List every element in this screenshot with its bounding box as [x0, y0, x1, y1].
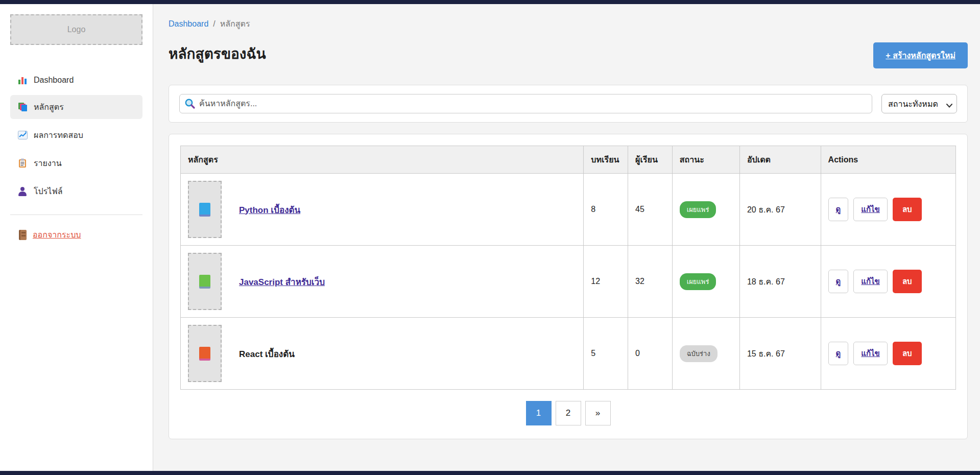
table-header-row: หลักสูตร บทเรียน ผู้เรียน สถานะ อัปเดต A… [181, 146, 956, 174]
sidebar-item-label: Dashboard [34, 76, 74, 85]
edit-button[interactable]: แก้ไข [853, 270, 888, 293]
status-badge: เผยแพร่ [680, 201, 716, 218]
col-header-status: สถานะ [672, 146, 739, 174]
sidebar-item-profile[interactable]: โปรไฟล์ [10, 179, 142, 203]
filter-bar: สถานะทั้งหมด [169, 85, 968, 123]
red-book-icon [199, 347, 210, 361]
status-filter-wrap: สถานะทั้งหมด [881, 94, 957, 113]
col-header-actions: Actions [821, 146, 955, 174]
col-header-lessons: บทเรียน [584, 146, 628, 174]
row-actions: ดู แก้ไข ลบ [828, 342, 948, 365]
students-count: 32 [628, 246, 673, 318]
page-button-2[interactable]: 2 [556, 401, 581, 425]
app-window: Logo Dashboard [0, 4, 980, 471]
breadcrumb: Dashboard / หลักสูตร [169, 17, 968, 30]
course-thumbnail-placeholder [188, 325, 222, 382]
blue-book-icon [199, 203, 210, 217]
logo-text: Logo [67, 25, 86, 34]
course-title-link[interactable]: JavaScript สำหรับเว็บ [239, 275, 325, 289]
status-badge: ฉบับร่าง [680, 345, 718, 362]
students-count: 0 [628, 318, 673, 390]
page-button-1[interactable]: 1 [526, 401, 552, 425]
status-filter-select[interactable]: สถานะทั้งหมด [881, 94, 957, 113]
view-button[interactable]: ดู [828, 342, 849, 365]
search-icon [184, 98, 196, 109]
lessons-count: 12 [584, 246, 628, 318]
bottom-frame-bar [0, 471, 980, 475]
title-row: หลักสูตรของฉัน + สร้างหลักสูตรใหม่ [169, 42, 968, 68]
lessons-count: 8 [584, 174, 628, 246]
sidebar-divider [10, 215, 142, 215]
top-frame-bar [0, 0, 980, 4]
sidebar-item-test-results[interactable]: ผลการทดสอบ [10, 123, 142, 147]
students-count: 45 [628, 174, 673, 246]
updated-date: 15 ธ.ค. 67 [739, 318, 821, 390]
course-cell: JavaScript สำหรับเว็บ [188, 253, 576, 310]
main-content: Dashboard / หลักสูตร หลักสูตรของฉัน + สร… [153, 4, 980, 471]
logout-label: ออกจากระบบ [33, 228, 81, 241]
table-row: Python เบื้องต้น 8 45 เผยแพร่ 20 ธ.ค. 67… [181, 174, 956, 246]
col-header-course: หลักสูตร [181, 146, 584, 174]
course-thumbnail-placeholder [188, 181, 222, 238]
bar-chart-icon [17, 75, 28, 85]
col-header-updated: อัปเดต [739, 146, 821, 174]
course-title-link[interactable]: Python เบื้องต้น [239, 203, 300, 217]
row-actions: ดู แก้ไข ลบ [828, 198, 948, 221]
page-button-next[interactable]: » [585, 401, 611, 425]
courses-table-card: หลักสูตร บทเรียน ผู้เรียน สถานะ อัปเดต A… [169, 134, 968, 439]
lessons-count: 5 [584, 318, 628, 390]
sidebar-item-label: รายงาน [34, 157, 62, 170]
door-icon [17, 230, 28, 240]
edit-button[interactable]: แก้ไข [853, 342, 888, 365]
table-row: JavaScript สำหรับเว็บ 12 32 เผยแพร่ 18 ธ… [181, 246, 956, 318]
breadcrumb-separator: / [213, 19, 215, 29]
course-cell: Python เบื้องต้น [188, 181, 576, 238]
create-course-button[interactable]: + สร้างหลักสูตรใหม่ [873, 42, 968, 68]
course-cell: React เบื้องต้น [188, 325, 576, 382]
person-icon [17, 186, 28, 197]
breadcrumb-current: หลักสูตร [220, 17, 250, 30]
books-icon [17, 102, 28, 112]
courses-table: หลักสูตร บทเรียน ผู้เรียน สถานะ อัปเดต A… [180, 146, 956, 390]
view-button[interactable]: ดู [828, 270, 849, 293]
green-book-icon [199, 275, 210, 289]
breadcrumb-dashboard-link[interactable]: Dashboard [169, 19, 208, 29]
updated-date: 20 ธ.ค. 67 [739, 174, 821, 246]
course-thumbnail-placeholder [188, 253, 222, 310]
edit-button[interactable]: แก้ไข [853, 198, 888, 221]
sidebar-item-label: ผลการทดสอบ [34, 129, 83, 141]
sidebar-item-reports[interactable]: รายงาน [10, 151, 142, 175]
sidebar: Logo Dashboard [0, 4, 153, 471]
sidebar-item-courses[interactable]: หลักสูตร [10, 95, 142, 119]
search-field-wrap [179, 94, 872, 113]
course-title-text: React เบื้องต้น [239, 347, 295, 361]
search-input[interactable] [179, 94, 872, 113]
page-title: หลักสูตรของฉัน [169, 42, 266, 65]
sidebar-item-label: หลักสูตร [34, 101, 64, 113]
status-badge: เผยแพร่ [680, 273, 716, 290]
row-actions: ดู แก้ไข ลบ [828, 270, 948, 293]
sidebar-item-label: โปรไฟล์ [34, 185, 63, 198]
delete-button[interactable]: ลบ [893, 270, 922, 293]
sidebar-item-dashboard[interactable]: Dashboard [10, 69, 142, 91]
clipboard-icon [17, 158, 28, 169]
col-header-students: ผู้เรียน [628, 146, 673, 174]
logout-link[interactable]: ออกจากระบบ [10, 228, 142, 241]
delete-button[interactable]: ลบ [893, 342, 922, 365]
table-row: React เบื้องต้น 5 0 ฉบับร่าง 15 ธ.ค. 67 … [181, 318, 956, 390]
delete-button[interactable]: ลบ [893, 198, 922, 221]
updated-date: 18 ธ.ค. 67 [739, 246, 821, 318]
view-button[interactable]: ดู [828, 198, 849, 221]
sidebar-nav: Dashboard หลักสูตร [10, 69, 142, 203]
logo-placeholder: Logo [10, 14, 142, 45]
chart-increasing-icon [17, 130, 28, 140]
pagination: 1 2 » [180, 401, 956, 425]
